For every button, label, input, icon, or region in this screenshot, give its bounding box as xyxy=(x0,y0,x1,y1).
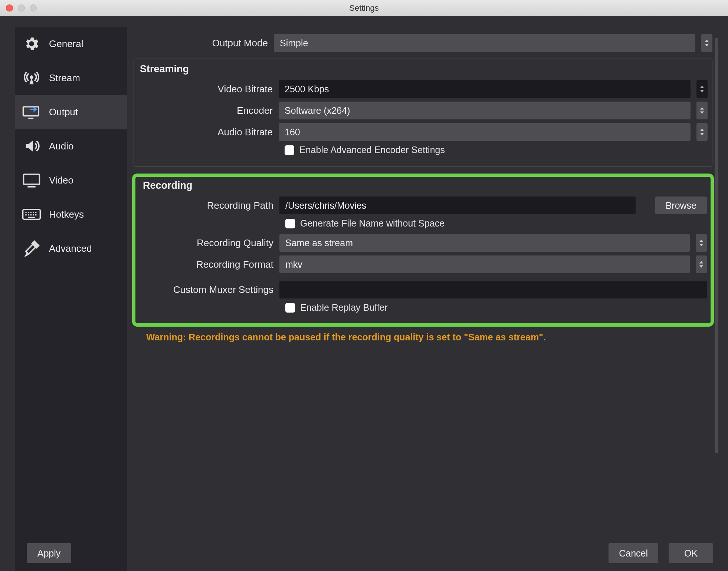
recording-quality-value: Same as stream xyxy=(285,238,353,248)
recording-group: Recording Recording Path /Users/chris/Mo… xyxy=(132,174,714,327)
sidebar-item-label: Advanced xyxy=(49,243,92,254)
sidebar-item-stream[interactable]: Stream xyxy=(15,61,127,95)
tools-icon xyxy=(21,240,42,257)
sidebar-item-hotkeys[interactable]: Hotkeys xyxy=(15,197,127,231)
select-stepper-icon[interactable] xyxy=(696,234,707,252)
audio-bitrate-label: Audio Bitrate xyxy=(138,126,279,138)
ok-button[interactable]: OK xyxy=(669,543,713,563)
window-title: Settings xyxy=(0,3,728,13)
warning-text: Warning: Recordings cannot be paused if … xyxy=(146,332,715,343)
speaker-icon xyxy=(21,137,42,155)
filename-no-space-label: Generate File Name without Space xyxy=(300,218,445,229)
video-bitrate-label: Video Bitrate xyxy=(138,83,279,95)
sidebar-item-video[interactable]: Video xyxy=(15,163,127,197)
output-mode-label: Output Mode xyxy=(134,37,274,49)
advanced-encoder-label: Enable Advanced Encoder Settings xyxy=(299,145,445,155)
recording-path-label: Recording Path xyxy=(139,200,279,211)
streaming-group: Streaming Video Bitrate 2500 Kbps xyxy=(134,59,712,167)
filename-no-space-checkbox[interactable] xyxy=(285,219,295,228)
sidebar-item-label: Video xyxy=(49,175,73,186)
recording-format-label: Recording Format xyxy=(139,259,279,270)
custom-muxer-input[interactable] xyxy=(279,281,707,298)
recording-format-select[interactable]: mkv xyxy=(279,255,690,273)
recording-path-input[interactable]: /Users/chris/Movies xyxy=(279,197,636,214)
apply-button[interactable]: Apply xyxy=(27,543,71,563)
output-monitor-icon xyxy=(21,103,42,121)
svg-rect-2 xyxy=(24,174,40,184)
video-bitrate-input[interactable]: 2500 Kbps xyxy=(279,80,691,98)
advanced-encoder-checkbox[interactable] xyxy=(285,145,294,155)
replay-buffer-checkbox[interactable] xyxy=(285,303,295,313)
dialog-footer: Apply Cancel OK xyxy=(12,535,728,571)
output-mode-value: Simple xyxy=(280,38,308,49)
browse-button[interactable]: Browse xyxy=(655,197,707,214)
sidebar-item-label: General xyxy=(49,38,83,50)
select-stepper-icon[interactable] xyxy=(696,255,707,273)
sidebar-item-audio[interactable]: Audio xyxy=(15,129,127,163)
streaming-title: Streaming xyxy=(140,63,708,75)
sidebar-item-advanced[interactable]: Advanced xyxy=(15,231,127,265)
svg-rect-1 xyxy=(23,107,39,116)
monitor-icon xyxy=(21,171,42,189)
keyboard-icon xyxy=(21,205,42,223)
encoder-value: Software (x264) xyxy=(285,105,350,116)
video-bitrate-value: 2500 Kbps xyxy=(285,84,329,95)
encoder-select[interactable]: Software (x264) xyxy=(279,102,691,119)
select-stepper-icon[interactable] xyxy=(696,123,708,141)
select-stepper-icon[interactable] xyxy=(696,102,708,119)
settings-sidebar: General Stream Output Audio xyxy=(15,27,127,571)
output-mode-select[interactable]: Simple xyxy=(274,34,695,52)
sidebar-item-label: Output xyxy=(49,106,78,118)
sidebar-item-output[interactable]: Output xyxy=(15,95,127,129)
sidebar-item-label: Hotkeys xyxy=(49,209,84,220)
recording-path-value: /Users/chris/Movies xyxy=(285,200,366,211)
audio-bitrate-value: 160 xyxy=(285,127,300,138)
antenna-icon xyxy=(21,69,42,87)
select-stepper-icon[interactable] xyxy=(701,34,712,52)
spinner-stepper-icon[interactable] xyxy=(696,80,708,98)
replay-buffer-label: Enable Replay Buffer xyxy=(300,302,388,313)
recording-title: Recording xyxy=(143,180,707,191)
settings-content: Output Mode Simple Streaming Video Bitra… xyxy=(127,16,728,571)
titlebar: Settings xyxy=(0,0,728,16)
encoder-label: Encoder xyxy=(138,105,279,116)
cancel-button[interactable]: Cancel xyxy=(609,543,658,563)
scrollbar[interactable] xyxy=(715,38,718,453)
recording-quality-select[interactable]: Same as stream xyxy=(279,234,690,252)
gear-icon xyxy=(21,35,42,53)
sidebar-item-label: Stream xyxy=(49,72,80,84)
custom-muxer-label: Custom Muxer Settings xyxy=(139,284,279,296)
audio-bitrate-select[interactable]: 160 xyxy=(279,123,691,141)
sidebar-item-label: Audio xyxy=(49,141,74,152)
recording-quality-label: Recording Quality xyxy=(139,237,279,249)
sidebar-item-general[interactable]: General xyxy=(15,27,127,61)
recording-format-value: mkv xyxy=(285,259,302,270)
